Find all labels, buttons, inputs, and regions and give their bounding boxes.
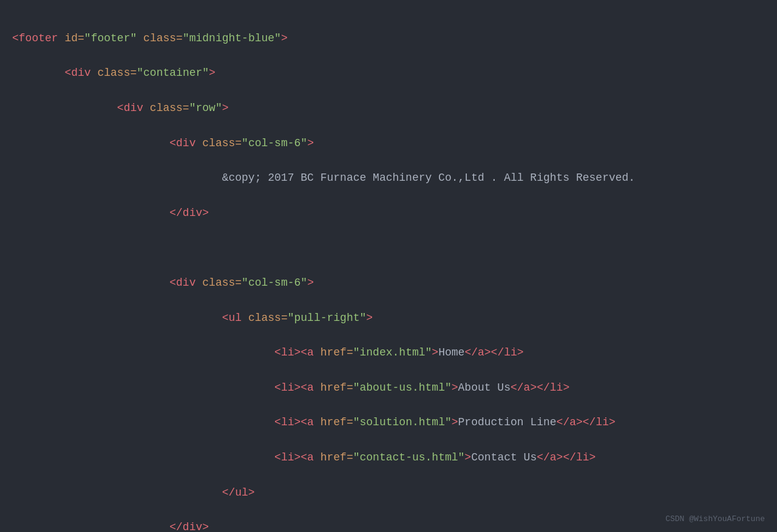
attr-col2: class= xyxy=(202,277,242,289)
link-contact: Contact Us xyxy=(471,451,537,463)
tag-ul-end: </ul> xyxy=(222,487,255,499)
link-about: About Us xyxy=(458,382,511,394)
code-line-14: </div> xyxy=(12,519,765,532)
tag-close-2: > xyxy=(209,67,215,79)
attr-href4-val: "contact-us.html" xyxy=(353,451,465,463)
attr-col2-val: "col-sm-6" xyxy=(242,277,307,289)
code-line-9: <li><a href="index.html">Home</a></li> xyxy=(12,344,765,362)
code-line-13: </ul> xyxy=(12,484,765,502)
attr-id-value: "footer" xyxy=(84,32,137,44)
link-home: Home xyxy=(438,346,464,359)
code-line-1: <footer id="footer" class="midnight-blue… xyxy=(12,30,765,47)
tag-ul: <ul xyxy=(222,312,242,324)
attr-href1-val: "index.html" xyxy=(353,346,432,359)
attr-href2: href= xyxy=(321,382,353,394)
attr-class-2: class= xyxy=(97,67,137,79)
tag-li1: <li><a xyxy=(274,346,314,359)
code-line-2: <div class="container"> xyxy=(12,64,765,82)
attr-class-row: class= xyxy=(150,102,189,114)
tag-div-close2: </div> xyxy=(169,521,209,532)
tag-div-open: <div xyxy=(64,67,90,79)
tag-a2-end: </a></li> xyxy=(511,382,569,394)
attr-class: class= xyxy=(143,32,183,44)
attr-ul-val: "pull-right" xyxy=(288,312,367,324)
tag-a1-close: > xyxy=(432,346,438,359)
copyright-text: 2017 BC Furnace Machinery Co.,Ltd . All … xyxy=(261,172,635,184)
link-production: Production Line xyxy=(458,416,557,428)
tag-div-close1: </div> xyxy=(169,207,209,219)
tag-close-bracket: > xyxy=(281,32,288,44)
tag-a2-close: > xyxy=(452,382,458,394)
attr-col1: class= xyxy=(202,137,242,149)
code-line-12: <li><a href="contact-us.html">Contact Us… xyxy=(12,449,765,466)
tag-ul-close: > xyxy=(366,312,373,324)
attr-col1-val: "col-sm-6" xyxy=(242,137,307,149)
tag-a4-end: </a></li> xyxy=(537,451,595,463)
tag-a4-close: > xyxy=(464,451,471,463)
entity-copy: &copy; xyxy=(222,172,262,184)
tag-li2: <li><a xyxy=(274,382,314,394)
code-line-4: <div class="col-sm-6"> xyxy=(12,135,765,152)
attr-href4: href= xyxy=(321,451,353,463)
watermark: CSDN @WishYouAFortune xyxy=(665,513,765,526)
tag-a1-end: </a></li> xyxy=(464,346,523,359)
attr-class-row-val: "row" xyxy=(189,102,222,114)
code-line-10: <li><a href="about-us.html">About Us</a>… xyxy=(12,379,765,397)
code-line-5: &copy; 2017 BC Furnace Machinery Co.,Ltd… xyxy=(12,169,765,187)
code-viewer: <footer id="footer" class="midnight-blue… xyxy=(12,6,765,532)
tag-li4: <li><a xyxy=(274,451,314,463)
attr-class-value: "midnight-blue" xyxy=(183,32,281,44)
attr-id: id= xyxy=(64,32,84,44)
tag-col2-close: > xyxy=(307,277,314,289)
code-line-11: <li><a href="solution.html">Production L… xyxy=(12,414,765,431)
tag-row-close: > xyxy=(222,102,229,114)
tag-col2: <div xyxy=(169,277,195,289)
code-line-blank xyxy=(12,239,765,257)
code-line-8: <ul class="pull-right"> xyxy=(12,309,765,327)
code-line-7: <div class="col-sm-6"> xyxy=(12,274,765,292)
code-line-3: <div class="row"> xyxy=(12,99,765,117)
tag-col1: <div xyxy=(169,137,195,149)
tag-div-row: <div xyxy=(117,102,143,114)
tag-li3: <li><a xyxy=(274,416,314,428)
tag-a3-close: > xyxy=(452,416,458,428)
attr-href2-val: "about-us.html" xyxy=(353,382,452,394)
code-line-6: </div> xyxy=(12,204,765,222)
attr-class-value-2: "container" xyxy=(137,67,209,79)
tag-a3-end: </a></li> xyxy=(557,416,616,428)
attr-ul: class= xyxy=(248,312,288,324)
tag-open: <footer xyxy=(12,32,58,44)
attr-href3-val: "solution.html" xyxy=(353,416,452,428)
attr-href3: href= xyxy=(321,416,353,428)
attr-href1: href= xyxy=(321,346,353,359)
tag-col1-close: > xyxy=(307,137,314,149)
